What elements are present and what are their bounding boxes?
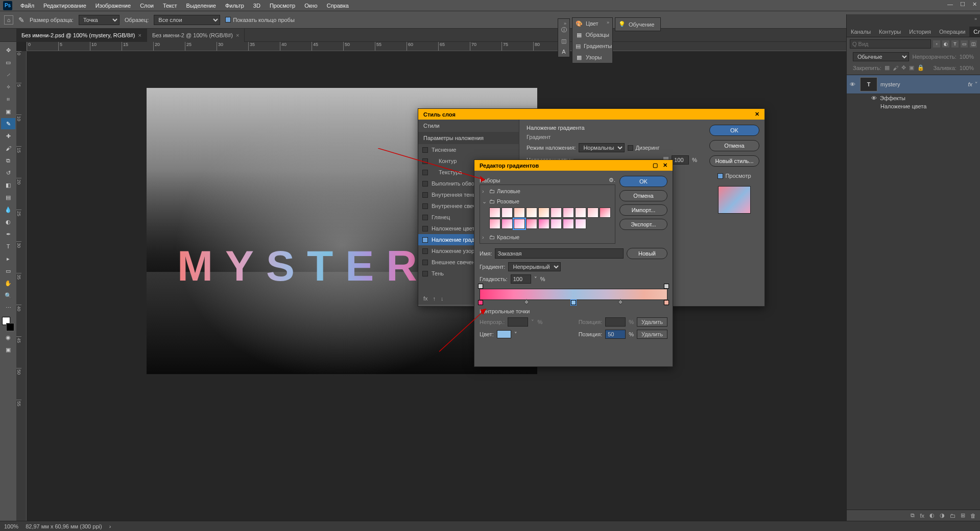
blend-mode-select[interactable]: Обычные <box>853 52 909 61</box>
gradient-preset[interactable] <box>587 207 599 218</box>
screen-mode-tool[interactable]: ▣ <box>1 344 15 355</box>
gradient-preset[interactable] <box>526 219 537 229</box>
menu-window[interactable]: Окно <box>300 1 322 10</box>
export-button[interactable]: Экспорт... <box>619 219 667 230</box>
midpoint-marker[interactable] <box>523 299 529 305</box>
layer-fx-icon[interactable]: fx <box>920 513 924 519</box>
menu-text[interactable]: Текст <box>159 1 181 10</box>
new-style-button[interactable]: Новый стиль... <box>709 155 759 167</box>
gradient-preset[interactable] <box>489 219 500 229</box>
frame-tool[interactable]: ▣ <box>1 106 15 117</box>
blending-options[interactable]: Параметры наложения <box>418 132 519 144</box>
eyedropper-tool[interactable]: ✎ <box>1 118 15 129</box>
gradient-tool[interactable]: ▤ <box>1 192 15 203</box>
panel-patterns[interactable]: ▩Узоры <box>572 52 612 63</box>
menu-3d[interactable]: 3D <box>249 1 265 10</box>
opacity-input[interactable] <box>672 155 689 165</box>
group-icon[interactable]: 🗀 <box>950 513 955 519</box>
preset-folder-pink[interactable]: 🗀Розовые <box>480 196 615 206</box>
zoom-tool[interactable]: 🔍 <box>1 290 15 301</box>
color-stop-selected[interactable] <box>571 300 576 305</box>
doc-info[interactable]: 82,97 мм x 60,96 мм (300 ppi) <box>26 523 102 529</box>
lock-pixels-icon[interactable]: 🖌 <box>893 65 898 71</box>
lock-all-icon[interactable]: 🔒 <box>917 64 924 71</box>
path-select-tool[interactable]: ▸ <box>1 253 15 264</box>
filter-smart-icon[interactable]: ◫ <box>970 40 977 48</box>
menu-image[interactable]: Изображение <box>91 1 135 10</box>
midpoint-marker[interactable] <box>617 299 623 305</box>
tab-channels[interactable]: Каналы <box>847 27 875 37</box>
visibility-icon[interactable]: 👁 <box>871 95 877 101</box>
close-icon[interactable]: ✕ <box>663 162 667 169</box>
layer-row-mystery[interactable]: 👁 T mystery fx ˅ <box>847 75 980 94</box>
opacity-value[interactable]: 100% <box>960 54 974 60</box>
delete-stop-button[interactable]: Удалить <box>637 330 667 339</box>
preview-checkbox[interactable]: Просмотр <box>709 173 759 179</box>
tab-actions[interactable]: Операции <box>935 27 969 37</box>
move-tool[interactable]: ✥ <box>1 44 15 56</box>
import-button[interactable]: Импорт... <box>619 204 667 216</box>
marquee-tool[interactable]: ▭ <box>1 57 15 68</box>
shape-tool[interactable]: ▭ <box>1 265 15 276</box>
wand-tool[interactable]: ✧ <box>1 81 15 93</box>
lock-transparency-icon[interactable]: ▦ <box>885 64 890 71</box>
gradient-preset[interactable] <box>563 219 574 229</box>
menu-layer[interactable]: Слои <box>136 1 158 10</box>
quickmask-tool[interactable]: ◉ <box>1 332 15 343</box>
gradient-preset[interactable] <box>551 219 562 229</box>
close-icon[interactable]: × <box>236 32 239 38</box>
gradient-preset[interactable] <box>501 207 513 218</box>
show-ring-checkbox[interactable]: Показать кольцо пробы <box>225 17 295 23</box>
gradient-preset[interactable] <box>501 219 513 229</box>
cancel-button[interactable]: Отмена <box>709 140 759 151</box>
link-layers-icon[interactable]: ⧉ <box>911 512 915 519</box>
close-icon[interactable]: ✕ <box>755 111 759 118</box>
filter-adjust-icon[interactable]: ◐ <box>942 40 949 48</box>
history-brush-tool[interactable]: ↺ <box>1 167 15 178</box>
filter-shape-icon[interactable]: ▭ <box>961 40 968 48</box>
fx-badge[interactable]: fx ˅ <box>968 81 977 88</box>
blend-mode-select[interactable]: Нормальный <box>579 143 625 152</box>
color-stop[interactable] <box>478 300 483 305</box>
opacity-stop[interactable] <box>664 284 669 289</box>
blur-tool[interactable]: 💧 <box>1 204 15 215</box>
fx-menu-icon[interactable]: fx <box>423 295 428 302</box>
pen-tool[interactable]: ✒ <box>1 228 15 240</box>
brush-tool[interactable]: 🖌 <box>1 143 15 154</box>
heal-tool[interactable]: ✚ <box>1 130 15 142</box>
cancel-button[interactable]: Отмена <box>619 190 667 201</box>
clone-tool[interactable]: ⧉ <box>1 155 15 166</box>
color-stop[interactable] <box>664 300 669 305</box>
collapse-chevron-icon[interactable]: » <box>564 21 566 26</box>
ok-button[interactable]: OK <box>619 176 667 187</box>
tab-history[interactable]: История <box>905 27 935 37</box>
filter-pixel-icon[interactable]: ▫ <box>933 40 940 48</box>
lasso-tool[interactable]: ⟋ <box>1 69 15 80</box>
menu-view[interactable]: Просмотр <box>266 1 299 10</box>
visibility-icon[interactable]: 👁 <box>850 81 857 87</box>
ellipsis-icon[interactable]: ⋯ <box>1 302 15 313</box>
new-button[interactable]: Новый <box>627 248 667 259</box>
menu-help[interactable]: Справка <box>323 1 353 10</box>
ok-button[interactable]: OK <box>709 125 759 136</box>
menu-filter[interactable]: Фильтр <box>221 1 248 10</box>
close-icon[interactable]: × <box>138 32 141 38</box>
lock-position-icon[interactable]: ✥ <box>901 64 906 71</box>
gradient-preset[interactable] <box>526 207 537 218</box>
layer-name[interactable]: mystery <box>880 81 900 87</box>
gradient-preset[interactable] <box>575 207 586 218</box>
menu-select[interactable]: Выделение <box>182 1 220 10</box>
stop-color-swatch[interactable] <box>497 330 511 338</box>
gradient-name-input[interactable] <box>495 248 624 259</box>
dialog-titlebar[interactable]: Редактор градиентов ▢✕ <box>474 160 673 171</box>
maximize-icon[interactable]: ▢ <box>653 162 658 169</box>
sample-size-select[interactable]: Точка <box>79 15 119 25</box>
menu-file[interactable]: Файл <box>16 1 38 10</box>
gradient-type-select[interactable]: Непрерывный <box>508 262 561 271</box>
sample-target-select[interactable]: Все слои <box>154 15 220 25</box>
gradient-preset[interactable] <box>551 207 562 218</box>
gradient-preset[interactable] <box>600 207 611 218</box>
gradient-preset[interactable] <box>514 219 525 229</box>
preset-folder-purple[interactable]: 🗀Лиловые <box>480 186 615 196</box>
layer-mask-icon[interactable]: ◐ <box>929 512 935 519</box>
